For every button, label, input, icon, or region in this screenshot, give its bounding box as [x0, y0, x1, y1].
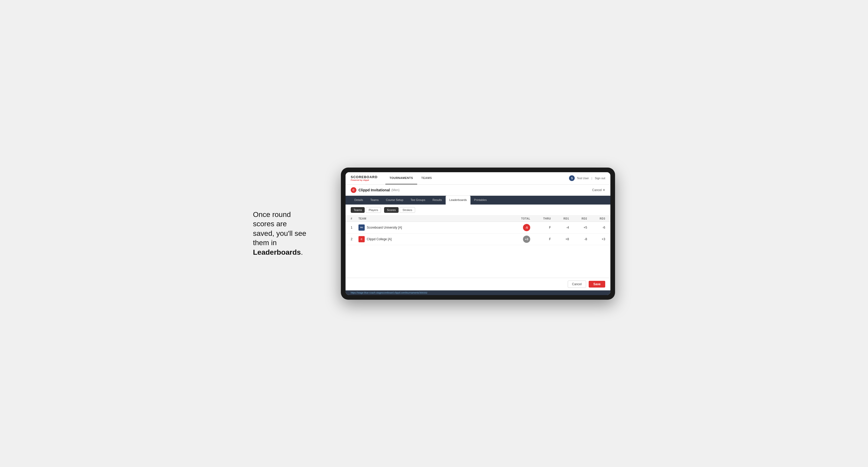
tournament-header: C Clippd Invitational (Men) Cancel ✕	[345, 185, 610, 196]
cancel-button[interactable]: Cancel	[568, 281, 586, 288]
logo-sub: Powered by clippd	[351, 179, 378, 181]
col-rank: #	[351, 217, 359, 220]
total-cell-2: +3	[509, 236, 530, 243]
tab-printables[interactable]: Printables	[470, 196, 490, 205]
tablet-frame: SCOREBOARD Powered by clippd Tournaments…	[341, 167, 615, 300]
user-name: Test User	[577, 177, 589, 180]
user-avatar: S	[569, 175, 575, 181]
cancel-button-header[interactable]: Cancel ✕	[592, 188, 605, 192]
filter-players[interactable]: Players	[366, 207, 381, 213]
url-bar: https://stage-blue-coach.stagescoreboard…	[345, 290, 610, 295]
rd3-2: +3	[587, 238, 605, 241]
desc-line2: scores are	[253, 220, 287, 228]
filter-bar: Teams Players Scores Strokes	[345, 205, 610, 216]
tab-details[interactable]: Details	[351, 196, 367, 205]
total-cell-1: -5	[509, 224, 530, 231]
team-cell-2: C Clippd College [A]	[359, 236, 509, 242]
team-cell-1: SU Scoreboard University [A]	[359, 224, 509, 231]
tab-leaderboards[interactable]: Leaderboards	[446, 196, 470, 205]
score-badge-1: -5	[523, 224, 530, 231]
tablet-screen: SCOREBOARD Powered by clippd Tournaments…	[345, 172, 610, 295]
tournament-icon: C	[351, 187, 356, 193]
tab-results[interactable]: Results	[429, 196, 446, 205]
thru-2: F	[530, 238, 551, 241]
desc-line1: Once round	[253, 211, 291, 218]
sub-nav: Details Teams Course Setup Tee Groups Re…	[345, 196, 610, 205]
col-rd3: RD3	[587, 217, 605, 220]
filter-teams[interactable]: Teams	[351, 207, 365, 213]
top-nav: SCOREBOARD Powered by clippd Tournaments…	[345, 172, 610, 185]
col-team: TEAM	[359, 217, 509, 220]
col-rd1: RD1	[551, 217, 569, 220]
desc-line5-end: .	[301, 248, 303, 256]
tournament-name: Clippd Invitational	[359, 188, 390, 192]
score-badge-2: +3	[523, 236, 530, 243]
save-button[interactable]: Save	[589, 281, 605, 287]
nav-links: Tournaments Teams	[385, 172, 436, 184]
nav-teams[interactable]: Teams	[417, 172, 436, 184]
footer: Cancel Save	[345, 278, 610, 290]
tournament-gender: (Men)	[391, 188, 399, 192]
rank-1: 1	[351, 226, 359, 229]
rd2-1: +5	[569, 226, 587, 229]
desc-line4: them in	[253, 239, 277, 247]
sign-out-link[interactable]: Sign out	[595, 177, 605, 180]
logo-title: SCOREBOARD	[351, 175, 378, 179]
col-thru: THRU	[530, 217, 551, 220]
nav-right: S Test User | Sign out	[569, 175, 605, 181]
desc-line3: saved, you'll see	[253, 229, 306, 238]
rd3-1: -6	[587, 226, 605, 229]
desc-line5-bold: Leaderboards	[253, 248, 301, 256]
rank-2: 2	[351, 238, 359, 241]
table-header-row: # TEAM TOTAL THRU RD1 RD2 RD3	[345, 216, 610, 222]
filter-strokes[interactable]: Strokes	[400, 207, 415, 213]
nav-tournaments[interactable]: Tournaments	[385, 172, 417, 184]
rd1-1: -4	[551, 226, 569, 229]
filter-scores[interactable]: Scores	[384, 207, 399, 213]
table-row: 2 C Clippd College [A] +3 F +8 -8 +3	[345, 234, 610, 245]
url-text: https://stage-blue-coach.stagescoreboard…	[351, 291, 427, 294]
col-rd2: RD2	[569, 217, 587, 220]
rd1-2: +8	[551, 238, 569, 241]
description-text: Once round scores are saved, you'll see …	[253, 210, 326, 257]
tab-course-setup[interactable]: Course Setup	[382, 196, 407, 205]
tab-tee-groups[interactable]: Tee Groups	[407, 196, 429, 205]
table-row: 1 SU Scoreboard University [A] -5 F -4 +…	[345, 222, 610, 234]
rd2-2: -8	[569, 238, 587, 241]
tab-teams[interactable]: Teams	[367, 196, 382, 205]
team-logo-1: SU	[359, 224, 365, 231]
team-logo-2: C	[359, 236, 365, 242]
team-name-1: Scoreboard University [A]	[367, 226, 402, 229]
nav-divider: |	[591, 177, 592, 180]
logo-area: SCOREBOARD Powered by clippd	[351, 175, 378, 181]
leaderboard-table: # TEAM TOTAL THRU RD1 RD2 RD3 1 SU Score…	[345, 216, 610, 278]
thru-1: F	[530, 226, 551, 229]
col-total: TOTAL	[509, 217, 530, 220]
team-name-2: Clippd College [A]	[367, 238, 392, 241]
